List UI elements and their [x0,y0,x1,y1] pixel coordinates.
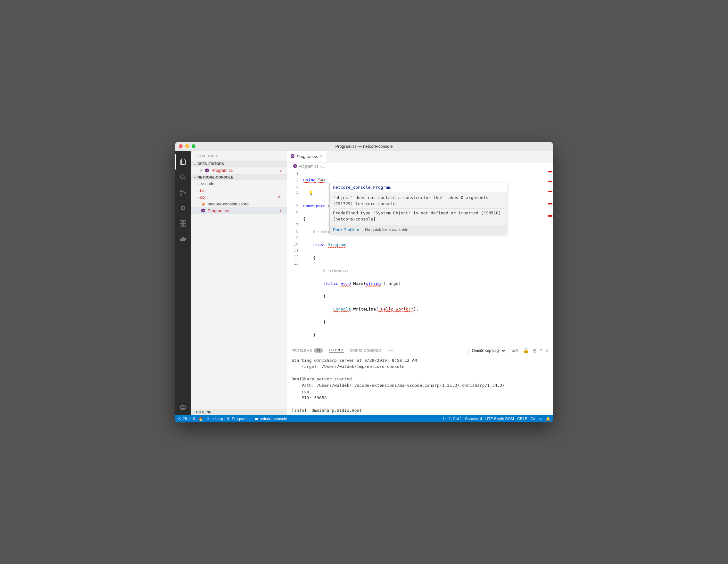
svg-text:C#: C# [202,210,205,212]
status-errors[interactable]: ⓧ26 ⚠0 [178,416,195,421]
smiley-icon: ☺ [539,417,542,421]
hover-message: Predefined type 'System.Object' is not d… [333,210,504,222]
debug-console-label: DEBUG CONSOLE [350,349,382,353]
folder-name: obj [200,195,205,200]
status-bar: ⓧ26 ⚠0 🔥 🗎csharp | 🗎Program.cs 🖿netcore-… [175,415,553,422]
panel-tabs: PROBLEMS 26 OUTPUT DEBUG CONSOLE • • • O… [287,345,553,356]
search-icon[interactable] [175,170,191,185]
explorer-sidebar: EXPLORER ⌄ OPEN EDITORS × C# Program.cs … [191,151,287,415]
file-icon: 🗎 [206,417,210,421]
status-notifications[interactable]: 🔔 [546,417,550,421]
warning-icon: ⚠ [188,417,192,421]
window-title: Program.cs — netcore-console [175,144,553,149]
problems-label: PROBLEMS [292,349,312,353]
bell-icon: 🔔 [546,417,550,421]
flame-icon: 🔥 [198,417,203,421]
file-name: Program.cs [211,168,233,173]
lightbulb-icon[interactable]: 💡 [308,190,314,195]
code-lens[interactable]: 0 references [323,269,349,273]
output-log[interactable]: Starting OmniSharp server at 9/29/2019, … [287,356,553,415]
svg-point-1 [180,190,182,191]
chevron-down-icon: ⌄ [194,175,196,179]
status-csharp-project[interactable]: 🗎csharp | 🗎Program.cs [206,417,252,421]
status-eol[interactable]: CRLF [517,417,527,421]
svg-point-2 [180,194,182,195]
folder-vscode[interactable]: › .vscode [191,180,287,187]
chevron-right-icon: › [197,188,199,193]
status-language[interactable]: C# [530,417,535,421]
output-label: OUTPUT [329,348,344,352]
open-editor-item[interactable]: × C# Program.cs 8 [191,167,287,174]
dots-icon: • • • [387,349,393,353]
file-program[interactable]: C# Program.cs 8 [191,207,287,214]
chevron-right-icon: › [197,181,199,186]
status-cursor-position[interactable]: Ln 1, Col 1 [443,417,462,421]
tab-bar: C# Program.cs × [287,151,553,162]
lock-scroll-icon[interactable]: 🔓 [523,348,529,353]
folder-bin[interactable]: › bin [191,187,287,194]
editor[interactable]: 1 2 3 4 5 6 7 8 9 10 11 12 13 [287,170,553,345]
svg-rect-7 [183,224,186,226]
project-header[interactable]: ⌄ NETCORE-CONSOLE [191,174,287,180]
status-feedback[interactable]: ☺ [539,417,542,421]
problems-count-badge: 26 [314,348,323,353]
no-quick-fix-label: No quick fixes available [365,227,409,232]
chevron-right-icon: › [197,195,199,200]
chevron-right-icon: › [194,410,194,414]
svg-rect-6 [180,224,183,226]
activity-bar [175,151,191,415]
maximize-window-button[interactable] [192,144,195,148]
open-editors-header[interactable]: ⌄ OPEN EDITORS [191,161,287,167]
status-folder[interactable]: 🖿netcore-console [255,417,287,421]
file-name: Program.cs [208,208,229,213]
open-file-icon[interactable]: ⎘ [533,348,536,353]
tab-program[interactable]: C# Program.cs × [287,151,326,162]
hover-tooltip: netcore_console.Program 'object' does no… [329,183,507,234]
maximize-panel-icon[interactable]: ^ [540,348,542,353]
status-indent[interactable]: Spaces: 4 [465,417,482,421]
docker-icon[interactable] [175,231,191,246]
close-window-button[interactable] [179,144,183,148]
breadcrumb[interactable]: C# Program.cs › ... [287,162,553,170]
file-csproj[interactable]: ◉ netcore-console.csproj [191,201,287,207]
panel-overflow-menu[interactable]: • • • [387,349,393,353]
clear-output-icon[interactable]: ≡✕ [512,348,519,353]
file-icon: 🗎 [227,417,230,421]
tab-problems[interactable]: PROBLEMS 26 [292,348,323,353]
error-count-badge: 8 [279,168,284,173]
close-icon[interactable]: × [199,168,204,173]
open-editors-label: OPEN EDITORS [197,162,224,166]
source-control-icon[interactable] [175,185,191,200]
titlebar: Program.cs — netcore-console [175,142,553,151]
overview-ruler[interactable] [547,170,553,345]
svg-point-4 [181,206,185,210]
explorer-icon[interactable] [175,154,191,170]
close-tab-icon[interactable]: × [320,154,322,159]
tab-debug-console[interactable]: DEBUG CONSOLE [350,349,382,353]
settings-gear-icon[interactable] [175,400,191,415]
svg-rect-8 [183,220,186,223]
tab-label: Program.cs [297,154,318,159]
outline-header[interactable]: › OUTLINE [191,409,287,415]
minimize-window-button[interactable] [185,144,189,148]
status-encoding[interactable]: UTF-8 with BOM [485,417,514,421]
csharp-file-icon: C# [204,168,210,173]
line-numbers: 1 2 3 4 5 6 7 8 9 10 11 12 13 [287,170,303,345]
status-flame[interactable]: 🔥 [198,417,203,421]
chevron-down-icon: ⌄ [194,162,196,165]
debug-icon[interactable] [175,200,191,216]
close-panel-icon[interactable]: × [546,348,549,353]
csharp-file-icon: C# [293,164,297,169]
folder-obj[interactable]: › obj [191,194,287,201]
folder-name: .vscode [200,181,214,186]
svg-point-3 [184,192,186,193]
peek-problem-link[interactable]: Peek Problem [333,227,359,232]
csharp-file-icon: C# [201,208,206,213]
output-channel-select[interactable]: OmniSharp Log [468,347,506,354]
svg-rect-5 [180,220,183,223]
extensions-icon[interactable] [175,216,191,231]
editor-group: C# Program.cs × C# Program.cs › ... 1 [287,151,553,415]
tab-output[interactable]: OUTPUT [329,348,344,353]
folder-name: bin [200,188,205,193]
svg-point-9 [182,407,184,409]
